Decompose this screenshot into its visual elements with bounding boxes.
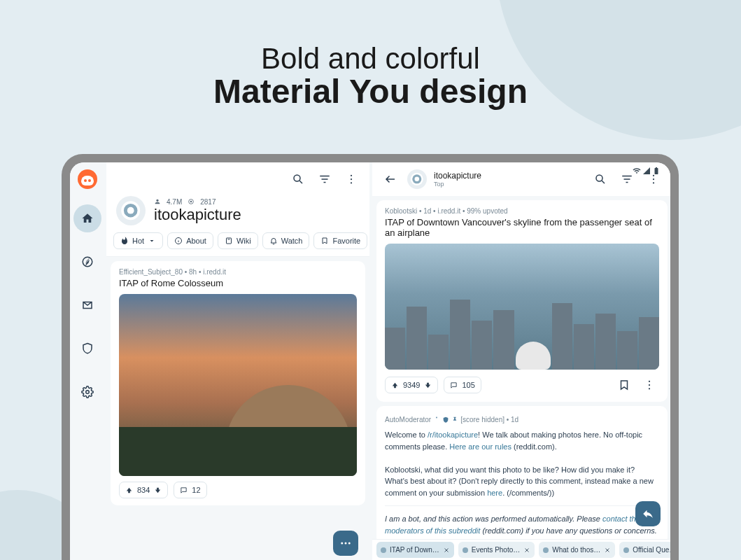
- wiki-button[interactable]: Wiki: [218, 232, 258, 249]
- nav-mod[interactable]: [73, 335, 101, 363]
- bell-icon: [269, 237, 278, 245]
- search-button[interactable]: [288, 169, 308, 189]
- svg-point-3: [351, 178, 352, 180]
- downvote-icon: [154, 486, 162, 494]
- hero-line2: Material You design: [0, 72, 741, 111]
- bookmark-icon: [618, 379, 630, 391]
- watch-button[interactable]: Watch: [262, 232, 310, 249]
- subreddit-header: 4.7M 2817 itookapicture: [106, 196, 369, 232]
- subreddit-panel: 4.7M 2817 itookapicture Hot About Wiki: [106, 162, 369, 560]
- detail-sort-label: Top: [434, 181, 481, 188]
- close-icon[interactable]: [443, 547, 450, 554]
- nav-sidebar: [70, 162, 105, 560]
- post-more-button[interactable]: [640, 375, 659, 395]
- bookmark-icon: [320, 237, 329, 245]
- back-button[interactable]: [381, 169, 400, 189]
- signal-icon: [642, 167, 651, 175]
- comment-body-2: Koblootski, what did you want this photo…: [385, 464, 659, 499]
- more-vert-icon: [345, 173, 358, 186]
- detail-sub-name: itookapicture: [434, 171, 481, 181]
- nav-explore[interactable]: [73, 248, 101, 276]
- subreddit-avatar[interactable]: [116, 196, 146, 225]
- arrow-back-icon: [384, 173, 397, 186]
- svg-point-2: [351, 175, 352, 176]
- comment-footer: I am a bot, and this action was performe…: [385, 513, 659, 536]
- svg-point-27: [348, 542, 351, 545]
- more-horiz-icon: [339, 537, 352, 550]
- subreddit-name: itookapicture: [154, 206, 241, 224]
- app-logo-icon[interactable]: [78, 169, 97, 189]
- comment-meta: AutoModerator [score hidden] • 1d: [385, 414, 659, 425]
- vote-pill[interactable]: 834: [119, 482, 168, 498]
- search-icon: [292, 173, 304, 186]
- detail-post-image[interactable]: [385, 244, 659, 370]
- detail-avatar[interactable]: [407, 169, 427, 189]
- comments-pill[interactable]: 12: [174, 482, 206, 498]
- chevron-down-icon: [148, 237, 156, 245]
- link-subreddit[interactable]: /r/itookapicture: [428, 430, 478, 439]
- post-title: ITAP of Rome Colosseum: [119, 278, 357, 288]
- detail-actions: 9349 105: [385, 370, 659, 395]
- svg-point-21: [653, 182, 654, 183]
- link-here[interactable]: here: [487, 489, 502, 497]
- comment-icon: [180, 486, 188, 494]
- nav-home[interactable]: [73, 204, 101, 232]
- tablet-frame: 4.7M 2817 itookapicture Hot About Wiki: [62, 154, 679, 560]
- fab-reply[interactable]: [635, 501, 661, 526]
- tab-item[interactable]: ITAP of Down…: [376, 542, 454, 558]
- post-detail-panel: itookapicture Top Koblootski • 1d • i.re…: [372, 162, 670, 560]
- left-topbar: [106, 162, 369, 196]
- detail-scroll[interactable]: Koblootski • 1d • i.redd.it • 99% upvote…: [372, 196, 670, 560]
- more-button[interactable]: [341, 169, 361, 189]
- cake-icon: [433, 416, 440, 424]
- post-actions: 834 12: [119, 476, 357, 498]
- status-bar: [633, 167, 661, 175]
- tab-favicon-icon: [623, 547, 629, 553]
- close-icon[interactable]: [523, 547, 530, 554]
- person-icon: [154, 198, 161, 205]
- compass-icon: [81, 255, 94, 268]
- post-meta: Efficient_Subject_80 • 8h • i.redd.it: [119, 268, 357, 276]
- svg-point-1: [294, 175, 300, 181]
- downvote-icon: [424, 382, 432, 389]
- tab-item[interactable]: Official Que…: [619, 542, 670, 558]
- link-rules[interactable]: Here are our rules: [449, 442, 511, 451]
- save-button[interactable]: [614, 375, 634, 395]
- fab-more[interactable]: [333, 531, 358, 556]
- detail-post-card: Koblootski • 1d • i.redd.it • 99% upvote…: [376, 200, 668, 402]
- mod-shield-icon: [442, 416, 449, 424]
- svg-point-7: [127, 207, 134, 214]
- online-icon: [188, 198, 195, 205]
- nav-mail[interactable]: [73, 291, 101, 319]
- nav-settings[interactable]: [73, 378, 101, 406]
- detail-comments-pill[interactable]: 105: [444, 377, 481, 393]
- comment-card[interactable]: AutoModerator [score hidden] • 1d Welcom…: [376, 406, 668, 545]
- svg-point-25: [341, 542, 343, 545]
- sort-icon: [621, 173, 633, 186]
- favorite-button[interactable]: Favorite: [313, 232, 367, 249]
- info-icon: [174, 237, 183, 245]
- sort-hot-button[interactable]: Hot: [113, 232, 163, 249]
- tab-item[interactable]: What do thos…: [539, 542, 615, 558]
- book-icon: [225, 237, 233, 245]
- svg-point-22: [649, 381, 650, 382]
- svg-point-4: [351, 182, 352, 183]
- reply-icon: [642, 507, 654, 520]
- svg-point-24: [649, 388, 650, 389]
- divider: [385, 505, 659, 506]
- svg-point-20: [653, 178, 654, 180]
- tab-item[interactable]: Events Photo…: [458, 542, 535, 558]
- bottom-tabs: ITAP of Down… Events Photo… What do thos…: [372, 539, 670, 560]
- search-icon: [594, 173, 607, 186]
- post-card[interactable]: Efficient_Subject_80 • 8h • i.redd.it IT…: [111, 261, 365, 505]
- close-icon[interactable]: [604, 547, 611, 554]
- sort-button[interactable]: [315, 169, 334, 189]
- about-button[interactable]: About: [167, 232, 213, 249]
- detail-search-button[interactable]: [591, 169, 610, 189]
- detail-vote-pill[interactable]: 9349: [385, 377, 438, 393]
- gear-icon: [81, 386, 94, 398]
- post-image[interactable]: [119, 294, 357, 476]
- svg-point-26: [345, 542, 347, 545]
- screen: 4.7M 2817 itookapicture Hot About Wiki: [70, 162, 670, 560]
- post-feed[interactable]: Efficient_Subject_80 • 8h • i.redd.it IT…: [106, 257, 369, 560]
